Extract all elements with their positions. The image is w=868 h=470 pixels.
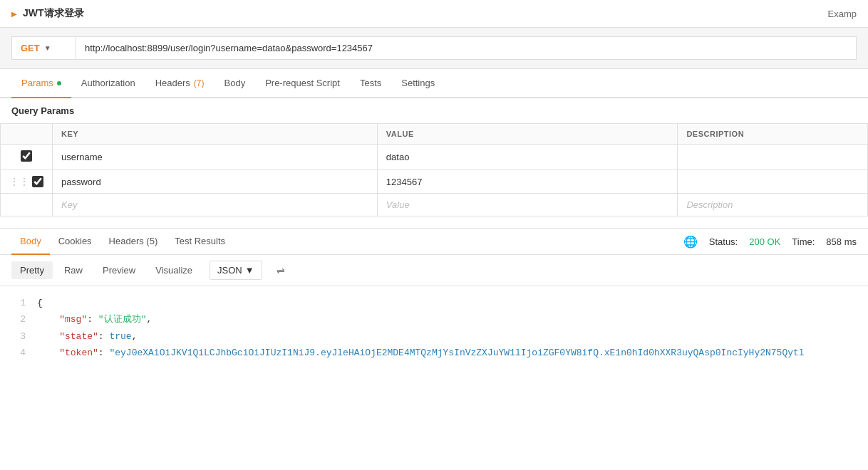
status-label: Status: [709,236,738,247]
line-num-1: 1 [11,295,26,311]
row2-checkbox[interactable] [32,176,43,187]
code-line-2: 2 "msg": "认证成功", [11,311,857,328]
request-name: JWT请求登录 [23,7,84,20]
response-tab-headers[interactable]: Headers (5) [100,229,167,255]
line-num-4: 4 [11,345,26,361]
time-label: Time: [792,236,815,247]
tab-pre-request-label: Pre-request Script [265,78,340,88]
wrap-icon[interactable]: ⇌ [271,261,291,280]
line-content-1: { [37,295,857,311]
empty-key-placeholder: Key [61,199,77,210]
row2-checkbox-cell: ⋮⋮ [1,170,53,194]
response-tab-body[interactable]: Body [11,229,50,255]
sub-tab-pretty-label: Pretty [20,265,44,276]
line-content-3: "state": true, [37,328,857,345]
table-row-empty: Key Value Description [1,194,868,216]
row2-key-value: password [61,177,101,187]
globe-icon: 🌐 [683,235,698,249]
empty-value[interactable]: Value [377,194,678,216]
row2-value-value: 1234567 [386,177,423,187]
tab-tests-label: Tests [360,78,381,88]
query-params-header: Query Params [0,98,868,123]
tab-settings[interactable]: Settings [391,69,445,98]
sub-tab-pretty[interactable]: Pretty [11,261,53,279]
row1-key[interactable]: username [53,145,378,170]
line-num-3: 3 [11,328,26,345]
params-dot [57,81,61,85]
status-value: 200 OK [749,236,780,247]
response-tab-cookies[interactable]: Cookies [50,229,100,255]
col-description: DESCRIPTION [678,124,868,145]
row2-key[interactable]: password [53,170,378,194]
code-line-4: 4 "token": "eyJ0eXAiOiJKV1QiLCJhbGciOiJI… [11,345,857,361]
expand-icon[interactable]: ▶ [11,10,17,18]
tab-params-label: Params [21,78,53,88]
tab-authorization-label: Authorization [81,78,135,88]
response-tab-cookies-label: Cookies [58,236,92,246]
params-table: KEY VALUE DESCRIPTION username datao ⋮⋮ [0,123,868,216]
code-area: 1 { 2 "msg": "认证成功", 3 "state": true, 4 … [0,286,868,370]
tab-authorization[interactable]: Authorization [71,69,145,98]
col-value: VALUE [377,124,678,145]
method-chevron-icon: ▼ [44,44,51,52]
sub-tab-preview[interactable]: Preview [94,261,144,279]
response-tab-body-label: Body [20,236,41,246]
code-line-3: 3 "state": true, [11,328,857,345]
line-num-2: 2 [11,311,26,328]
drag-handle-icon[interactable]: ⋮⋮ [9,176,29,187]
method-select[interactable]: GET ▼ [11,36,76,60]
col-checkbox [1,124,53,145]
row1-value[interactable]: datao [377,145,678,170]
sub-tab-visualize[interactable]: Visualize [147,261,201,279]
response-status: 🌐 Status: 200 OK Time: 858 ms [683,235,857,249]
tabs-bar: Params Authorization Headers (7) Body Pr… [0,69,868,98]
json-format-select[interactable]: JSON ▼ [210,261,262,280]
empty-value-placeholder: Value [386,199,410,210]
example-label: Examp [828,9,857,19]
sub-tab-visualize-label: Visualize [155,265,192,276]
code-line-1: 1 { [11,295,857,311]
response-tab-test-results[interactable]: Test Results [166,229,234,255]
sub-tab-preview-label: Preview [103,265,135,276]
line-content-2: "msg": "认证成功", [37,311,857,328]
response-sub-tabs: Pretty Raw Preview Visualize JSON ▼ ⇌ [0,255,868,286]
json-format-chevron-icon: ▼ [245,265,254,276]
response-tab-headers-label: Headers (5) [109,236,158,246]
row1-description[interactable] [678,145,868,170]
tab-headers-label: Headers [155,78,190,88]
time-value: 858 ms [826,236,857,247]
row2-description[interactable] [678,170,868,194]
line-content-4: "token": "eyJ0eXAiOiJKV1QiLCJhbGciOiJIUz… [37,345,857,361]
empty-desc-placeholder: Description [686,199,733,210]
table-row: ⋮⋮ password 1234567 [1,170,868,194]
row1-checkbox-cell [1,145,53,170]
row1-value-value: datao [386,152,410,162]
row1-checkbox[interactable] [21,150,32,162]
tab-tests[interactable]: Tests [350,69,391,98]
empty-key[interactable]: Key [53,194,378,216]
top-bar-left: ▶ JWT请求登录 [11,7,84,20]
response-tabs-bar: Body Cookies Headers (5) Test Results 🌐 … [0,228,868,255]
empty-checkbox-cell [1,194,53,216]
tab-params[interactable]: Params [11,69,71,98]
url-bar: GET ▼ [0,28,868,69]
headers-badge: (7) [194,78,205,88]
sub-tab-raw[interactable]: Raw [56,261,91,279]
row2-value[interactable]: 1234567 [377,170,678,194]
json-format-label: JSON [217,265,242,276]
row1-key-value: username [61,152,103,162]
method-label: GET [21,43,40,53]
tab-pre-request[interactable]: Pre-request Script [255,69,350,98]
response-tab-test-results-label: Test Results [175,236,225,246]
url-input[interactable] [76,36,857,60]
top-bar: ▶ JWT请求登录 Examp [0,0,868,28]
tab-body-label: Body [224,78,246,88]
table-row: username datao [1,145,868,170]
col-key: KEY [53,124,378,145]
tab-headers[interactable]: Headers (7) [145,69,215,98]
sub-tab-raw-label: Raw [64,265,83,276]
empty-description[interactable]: Description [678,194,868,216]
tab-settings-label: Settings [401,78,435,88]
tab-body[interactable]: Body [215,69,256,98]
